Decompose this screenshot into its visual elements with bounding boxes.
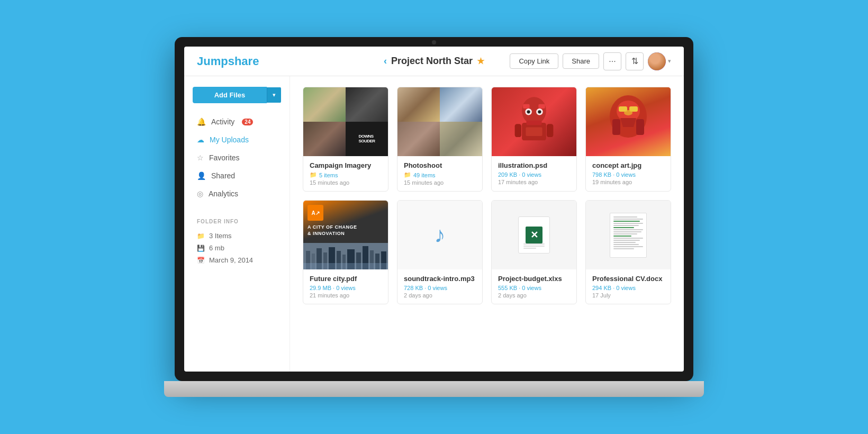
svg-rect-34 [303, 263, 388, 269]
thumbnail-docx [586, 201, 671, 269]
sidebar-label-activity: Activity [211, 117, 234, 126]
thumbnail-campaign-imagery: DOWNSSOUDER [303, 87, 388, 156]
file-info-pdf: Future city.pdf 29.9 MB · 0 views 21 min… [303, 269, 388, 304]
file-name: concept art.jpg [592, 161, 664, 169]
sidebar-item-shared[interactable]: 👤 Shared [193, 168, 281, 184]
sidebar-label-analytics: Analytics [209, 189, 238, 198]
add-files-dropdown-button[interactable]: ▾ [267, 87, 281, 103]
folder-icon-small: 📁 [404, 171, 411, 178]
file-card-campaign-imagery[interactable]: DOWNSSOUDER Campaign Imagery 📁 5 items 1… [303, 87, 388, 192]
file-meta: 555 KB · 0 views [498, 285, 570, 291]
file-date: 15 minutes ago [404, 179, 476, 186]
file-grid: DOWNSSOUDER Campaign Imagery 📁 5 items 1… [303, 87, 671, 304]
avatar [648, 52, 666, 70]
thumbnail-concept-art [586, 87, 671, 156]
file-name: Photoshoot [404, 161, 476, 169]
folder-info-title: FOLDER INFO [193, 219, 281, 224]
file-meta: 29.9 MB · 0 views [310, 285, 382, 291]
file-name: soundtrack-intro.mp3 [404, 275, 476, 283]
header-actions: Copy Link Share ··· ⇅ ▾ [510, 52, 671, 70]
svg-point-6 [538, 110, 541, 113]
file-info-mp3: soundtrack-intro.mp3 728 KB · 0 views 2 … [397, 269, 482, 304]
file-meta: 294 KB · 0 views [592, 285, 664, 291]
sidebar-item-analytics[interactable]: ◎ Analytics [193, 186, 281, 202]
pdf-title-text: A CITY OF CHANGE& INNOVATION [308, 224, 384, 237]
file-card-concept-art[interactable]: concept art.jpg 798 KB · 0 views 19 minu… [585, 87, 671, 192]
sort-icon: ⇅ [631, 56, 638, 66]
folder-date: 📅 March 9, 2014 [193, 254, 281, 266]
activity-badge: 24 [242, 119, 253, 125]
file-info-concept-art: concept art.jpg 798 KB · 0 views 19 minu… [586, 156, 671, 191]
back-button[interactable]: ‹ [384, 56, 387, 67]
svg-rect-1 [523, 104, 529, 108]
folder-size: 💾 6 mb [193, 242, 281, 254]
file-date: 17 July [592, 292, 664, 299]
svg-rect-17 [612, 119, 620, 135]
excel-icon: ✕ [518, 216, 550, 254]
sidebar-item-favorites[interactable]: ☆ Favorites [193, 150, 281, 166]
file-card-xlsx[interactable]: ✕ Proje [491, 200, 577, 304]
file-card-illustration-psd[interactable]: illustration.psd 209 KB · 0 views 17 min… [491, 87, 577, 192]
svg-point-19 [624, 110, 632, 115]
file-meta: 📁 49 items [404, 171, 476, 178]
main-content: DOWNSSOUDER Campaign Imagery 📁 5 items 1… [290, 76, 684, 372]
svg-marker-16 [620, 118, 636, 127]
analytics-icon: ◎ [197, 189, 203, 198]
file-name: Project-budget.xlxs [498, 275, 570, 283]
svg-rect-18 [636, 119, 644, 135]
chevron-down-icon: ▾ [668, 58, 671, 65]
laptop-base [164, 381, 704, 397]
file-info-xlsx: Project-budget.xlxs 555 KB · 0 views 2 d… [492, 269, 576, 304]
svg-rect-10 [547, 124, 553, 137]
doc-page-icon [610, 213, 647, 258]
sidebar-label-my-uploads: My Uploads [210, 135, 249, 144]
thumbnail-illustration [492, 87, 576, 156]
file-meta: 728 KB · 0 views [404, 285, 476, 291]
laptop-camera [432, 40, 436, 44]
file-card-future-city-pdf[interactable]: A↗ A CITY OF CHANGE& INNOVATION [303, 200, 388, 304]
folder-items-count: 📁 3 Items [193, 230, 281, 242]
folder-info-section: FOLDER INFO 📁 3 Items 💾 6 mb 📅 March 9, … [193, 212, 281, 266]
laptop-body: Jumpshare ‹ Project North Star ★ Copy Li… [175, 37, 693, 381]
more-options-button[interactable]: ··· [603, 52, 621, 70]
add-files-button[interactable]: Add Files [193, 87, 267, 103]
file-date: 17 minutes ago [498, 179, 570, 185]
svg-rect-8 [526, 127, 542, 136]
file-name: Future city.pdf [310, 275, 382, 283]
thumbnail-xlsx: ✕ [492, 201, 576, 269]
file-date: 21 minutes ago [310, 292, 382, 299]
calendar-icon: 📅 [197, 257, 205, 264]
share-button[interactable]: Share [563, 53, 599, 69]
app-body: Add Files ▾ 🔔 Activity 24 ☁ My Uploads ☆ [184, 76, 684, 372]
shared-icon: 👤 [197, 171, 206, 180]
add-files-btn-group: Add Files ▾ [193, 87, 281, 103]
file-card-docx[interactable]: Professional CV.docx 294 KB · 0 views 17… [585, 200, 671, 304]
file-info-illustration: illustration.psd 209 KB · 0 views 17 min… [492, 156, 576, 191]
thumbnail-pdf: A↗ A CITY OF CHANGE& INNOVATION [303, 201, 388, 269]
file-name: Campaign Imagery [310, 161, 382, 169]
sidebar-item-activity[interactable]: 🔔 Activity 24 [193, 114, 281, 130]
app-logo: Jumpshare [197, 55, 259, 68]
file-info-photoshoot: Photoshoot 📁 49 items 15 minutes ago [397, 156, 482, 191]
sort-button[interactable]: ⇅ [626, 52, 644, 70]
file-info-docx: Professional CV.docx 294 KB · 0 views 17… [586, 269, 671, 304]
svg-rect-9 [515, 124, 521, 137]
sidebar-item-my-uploads[interactable]: ☁ My Uploads [193, 132, 281, 148]
folder-icon-small: 📁 [310, 171, 317, 178]
user-avatar-button[interactable]: ▾ [648, 52, 671, 70]
file-card-photoshoot[interactable]: Photoshoot 📁 49 items 15 minutes ago [397, 87, 483, 192]
favorite-star-icon[interactable]: ★ [477, 56, 484, 66]
copy-link-button[interactable]: Copy Link [510, 53, 558, 69]
file-date: 19 minutes ago [592, 179, 664, 185]
file-name: Professional CV.docx [592, 275, 664, 283]
svg-rect-11 [526, 121, 541, 125]
file-meta: 798 KB · 0 views [592, 171, 664, 178]
sidebar: Add Files ▾ 🔔 Activity 24 ☁ My Uploads ☆ [184, 76, 290, 372]
bell-icon: 🔔 [197, 117, 206, 126]
svg-rect-2 [538, 104, 545, 108]
laptop-screen: Jumpshare ‹ Project North Star ★ Copy Li… [184, 47, 684, 372]
app-header: Jumpshare ‹ Project North Star ★ Copy Li… [184, 47, 684, 76]
file-card-mp3[interactable]: ♪ soundtrack-intro.mp3 728 KB · 0 views … [397, 200, 483, 304]
sidebar-label-shared: Shared [211, 171, 235, 180]
more-icon: ··· [609, 57, 616, 66]
